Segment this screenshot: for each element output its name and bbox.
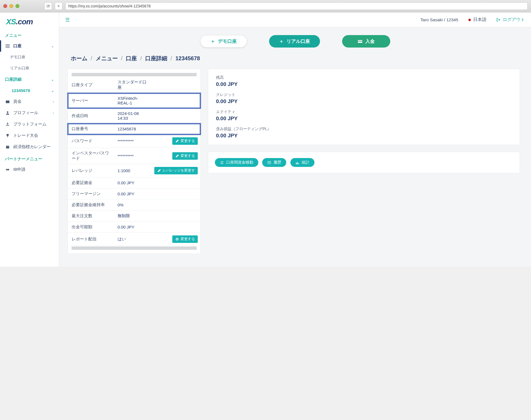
field-value: 12345678 — [114, 124, 150, 135]
sidebar-item-demo[interactable]: デモ口座 — [0, 52, 59, 63]
table-icon — [267, 161, 271, 165]
row-margin-level: 必要証拠金維持率0% — [68, 200, 201, 211]
field-value: 2024-01-08 14:33 — [114, 108, 150, 124]
logo-xs: XS — [6, 17, 16, 26]
sidebar-label: 12345678 — [12, 88, 30, 93]
change-report-button[interactable]: 変更する — [172, 235, 198, 243]
language-selector[interactable]: 日本語 — [468, 17, 486, 23]
svg-rect-0 — [6, 44, 10, 45]
calendar-icon — [5, 145, 10, 149]
balance-label: 含み損益（フローティングPL） — [216, 127, 512, 132]
sidebar-item-account-number[interactable]: 12345678 ⌄ — [0, 85, 59, 96]
history-button[interactable]: 履歴 — [262, 158, 286, 167]
field-value: 0.00 JPY — [114, 222, 150, 233]
wallet-icon — [5, 99, 10, 104]
button-label: 履歴 — [274, 160, 281, 165]
change-investor-password-button[interactable]: 変更する — [172, 152, 198, 160]
field-value: 0.00 JPY — [114, 188, 150, 200]
sidebar-item-platform[interactable]: プラットフォーム — [0, 119, 59, 130]
maximize-window-icon[interactable] — [15, 4, 19, 8]
field-label: 最大注文数 — [68, 211, 114, 222]
field-value: 0.00 JPY — [114, 177, 150, 188]
balance-value: 0.00 JPY — [216, 98, 512, 104]
balance-label: エクイティ — [216, 109, 512, 114]
floating-pl-row: 含み損益（フローティングPL）0.00 JPY — [216, 127, 512, 139]
button-label: 入金 — [365, 38, 375, 44]
field-label: 口座タイプ — [68, 77, 114, 93]
close-window-icon[interactable] — [3, 4, 7, 8]
chevron-down-icon: ⌄ — [51, 89, 54, 93]
stats-button[interactable]: 統計 — [290, 158, 314, 167]
sidebar-item-real[interactable]: リアル口座 — [0, 63, 59, 74]
chevron-down-icon: ⌄ — [51, 44, 54, 48]
field-value: ********** — [114, 148, 150, 164]
sidebar-item-detail[interactable]: 口座詳細 ⌄ — [0, 74, 59, 85]
row-created: 作成日時2024-01-08 14:33 — [68, 108, 201, 124]
sidebar-item-ib[interactable]: IB申請 — [0, 164, 59, 175]
deposit-button[interactable]: 入金 — [342, 35, 390, 48]
refresh-icon — [175, 237, 179, 241]
breadcrumb-home[interactable]: ホーム — [71, 55, 87, 62]
button-label: デモ口座 — [218, 38, 237, 44]
field-value: ********** — [114, 135, 150, 148]
breadcrumb-account[interactable]: 口座 — [126, 55, 137, 62]
svg-rect-6 — [6, 146, 9, 146]
user-label[interactable]: Taro Sasaki / 12345 — [420, 17, 458, 22]
row-max-orders: 最大注文数無制限 — [68, 211, 201, 222]
sidebar-label: トレード大会 — [13, 133, 38, 138]
japan-flag-icon — [468, 19, 471, 21]
scrollbar-bottom[interactable] — [72, 246, 197, 250]
breadcrumb-detail[interactable]: 口座詳細 — [145, 55, 167, 62]
sidebar-item-profile[interactable]: プロフィール ‹ — [0, 107, 59, 119]
svg-point-4 — [7, 111, 8, 113]
sidebar-label: IB申請 — [13, 167, 25, 172]
reload-button[interactable]: ⟳ — [44, 2, 52, 10]
main-content: ☰ Taro Sasaki / 12345 日本語 ログアウト ＋デモ口座 ＋リ… — [59, 12, 531, 267]
trophy-icon — [5, 133, 10, 138]
plus-icon: ＋ — [210, 38, 215, 44]
field-label: フリーマージン — [68, 188, 114, 200]
sidebar-item-calendar[interactable]: 経済指標カレンダー — [0, 141, 59, 153]
row-account-number: 口座番号12345678 — [68, 124, 201, 135]
svg-rect-1 — [6, 46, 10, 46]
logout-icon — [496, 18, 501, 22]
sidebar-item-accounts[interactable]: 口座 ⌄ — [0, 40, 59, 52]
address-bar[interactable]: https://my.xs.com/ja/accounts/show/4-123… — [65, 2, 528, 10]
button-label: 変更する — [181, 139, 195, 143]
minimize-window-icon[interactable] — [9, 4, 13, 8]
hamburger-icon[interactable]: ☰ — [65, 17, 70, 23]
sidebar-label: プラットフォーム — [13, 122, 46, 127]
chart-icon — [295, 161, 300, 165]
plus-icon: ＋ — [279, 38, 284, 44]
actions-row: ＋デモ口座 ＋リアル口座 入金 — [59, 27, 531, 53]
edit-icon — [157, 169, 161, 173]
sidebar-label: 経済指標カレンダー — [13, 144, 51, 149]
svg-rect-2 — [6, 47, 10, 48]
logo[interactable]: XS.com — [0, 12, 59, 29]
logout-label: ログアウト — [503, 17, 525, 23]
row-free-margin: フリーマージン0.00 JPY — [68, 188, 201, 200]
change-password-button[interactable]: 変更する — [172, 137, 198, 145]
download-icon — [5, 122, 10, 126]
details-table: 口座タイプスタンダード口座 サーバーXSFintech-REAL-1 作成日時2… — [68, 77, 201, 246]
change-leverage-button[interactable]: レバレッジを変更す — [154, 167, 198, 174]
breadcrumb-menu[interactable]: メニュー — [96, 55, 118, 62]
sidebar-item-contest[interactable]: トレード大会 — [0, 130, 59, 141]
breadcrumb-current: 12345678 — [175, 55, 200, 62]
button-label: 変更する — [181, 237, 195, 242]
balance-row: 残高0.00 JPY — [216, 75, 512, 87]
chevron-left-icon: ‹ — [53, 100, 54, 104]
transfer-icon — [220, 161, 224, 165]
logout-button[interactable]: ログアウト — [496, 17, 525, 23]
real-account-button[interactable]: ＋リアル口座 — [269, 35, 320, 48]
balance-value: 0.00 JPY — [216, 133, 512, 139]
transfer-button[interactable]: 口座間資金移動 — [215, 158, 258, 167]
scrollbar-top[interactable] — [72, 73, 197, 76]
logo-com: .com — [16, 17, 33, 26]
new-tab-button[interactable]: + — [55, 2, 63, 10]
field-label: インベスターパスワード — [68, 148, 114, 164]
demo-account-button[interactable]: ＋デモ口座 — [200, 35, 247, 48]
sidebar-item-funds[interactable]: 資金 ‹ — [0, 96, 59, 107]
field-label: 作成日時 — [68, 108, 114, 124]
card-icon — [358, 39, 363, 44]
